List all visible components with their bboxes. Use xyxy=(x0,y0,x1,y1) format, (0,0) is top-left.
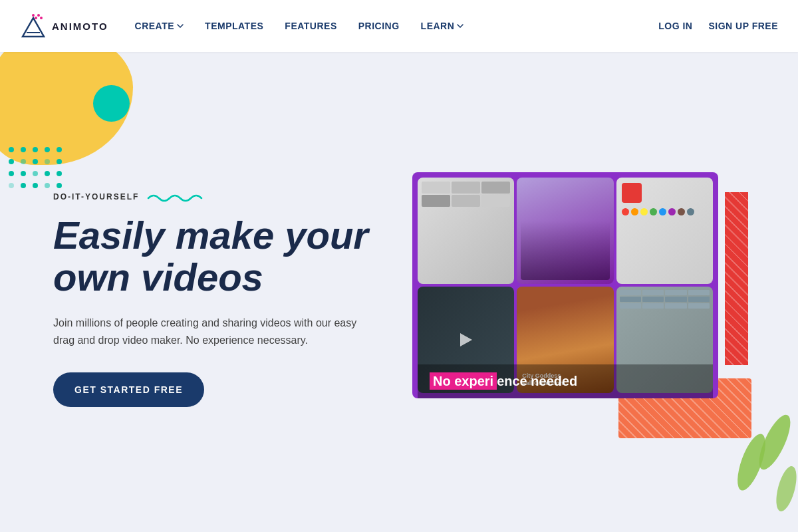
nav-templates[interactable]: TEMPLATES xyxy=(205,21,263,31)
svg-point-2 xyxy=(35,17,37,19)
get-started-button[interactable]: GET STARTED FREE xyxy=(53,372,204,407)
chevron-down-icon xyxy=(177,24,184,28)
phone-card-3 xyxy=(616,178,713,284)
nav-features[interactable]: FEATURES xyxy=(285,21,336,31)
svg-point-0 xyxy=(32,14,35,17)
nav-links: CREATE TEMPLATES FEATURES PRICING LEARN xyxy=(135,21,659,31)
logo[interactable]: ANIMOTO xyxy=(20,13,108,39)
svg-point-3 xyxy=(40,17,43,19)
no-experience-overlay: No experience needed xyxy=(418,364,713,398)
hero-content: DO-IT-YOURSELF Easily make your own vide… xyxy=(53,190,399,408)
hero-title: Easily make your own videos xyxy=(53,214,399,299)
chevron-down-icon-learn xyxy=(457,24,464,28)
hero-image-area: City GoddessFall Collection xyxy=(399,172,745,425)
teal-dots-decoration xyxy=(7,145,64,190)
svg-marker-4 xyxy=(23,18,44,37)
highlight-text: No experi xyxy=(430,372,497,390)
green-brush-3-decoration xyxy=(772,464,798,513)
teal-circle-decoration xyxy=(93,85,130,122)
nav-learn[interactable]: LEARN xyxy=(421,21,464,31)
navbar: ANIMOTO CREATE TEMPLATES FEATURES PRICIN… xyxy=(0,0,798,52)
signup-button[interactable]: SIGN UP FREE xyxy=(708,21,778,31)
phone-card-2 xyxy=(517,178,613,284)
red-accent-decoration xyxy=(725,192,748,365)
svg-point-1 xyxy=(37,14,40,17)
brand-name: ANIMOTO xyxy=(52,21,108,32)
login-button[interactable]: LOG IN xyxy=(658,21,692,31)
diy-label: DO-IT-YOURSELF xyxy=(53,190,399,203)
image-collage: City GoddessFall Collection xyxy=(412,172,732,425)
collage-main: City GoddessFall Collection xyxy=(412,172,718,398)
hero-subtitle: Join millions of people creating and sha… xyxy=(53,315,372,348)
nav-auth: LOG IN SIGN UP FREE xyxy=(658,21,778,31)
nav-pricing[interactable]: PRICING xyxy=(358,21,400,31)
phone-card-1 xyxy=(418,178,514,284)
diy-text: DO-IT-YOURSELF xyxy=(53,192,139,201)
nav-create[interactable]: CREATE xyxy=(135,21,184,31)
squiggle-decoration xyxy=(147,190,207,203)
animoto-logo-icon xyxy=(20,13,47,39)
no-experience-text: No experience needed xyxy=(430,372,577,390)
hero-section: DO-IT-YOURSELF Easily make your own vide… xyxy=(0,52,798,532)
